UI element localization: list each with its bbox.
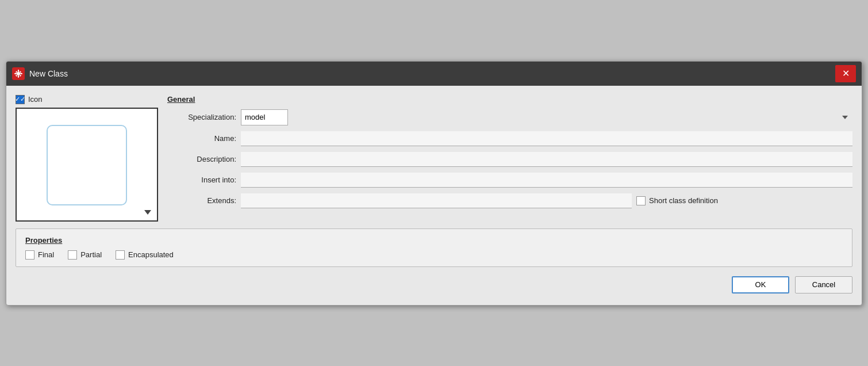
final-checkbox[interactable] xyxy=(25,250,34,260)
insert-into-label: Insert into: xyxy=(167,176,236,184)
icon-checkbox[interactable]: ✓ xyxy=(16,95,25,104)
partial-checkbox[interactable] xyxy=(68,250,77,260)
encapsulated-label[interactable]: Encapsulated xyxy=(128,250,174,259)
encapsulated-checkbox[interactable] xyxy=(116,250,125,260)
general-panel: General Specialization: model type datat… xyxy=(167,95,852,214)
cancel-button[interactable]: Cancel xyxy=(795,276,852,293)
icon-checkbox-label[interactable]: Icon xyxy=(28,95,43,104)
svg-rect-2 xyxy=(18,75,19,78)
name-row: Name: xyxy=(167,131,852,146)
specialization-label: Specialization: xyxy=(167,113,236,121)
svg-rect-3 xyxy=(14,73,17,74)
specialization-row: Specialization: model type datatype inte… xyxy=(167,109,852,125)
specialization-chevron-icon xyxy=(842,116,848,119)
dialog-body: ✓ Icon General Specialization: mo xyxy=(6,86,862,305)
description-input[interactable] xyxy=(241,152,852,167)
short-class-checkbox[interactable] xyxy=(636,196,646,205)
svg-rect-1 xyxy=(18,70,19,72)
name-label: Name: xyxy=(167,134,236,143)
icon-inner-preview xyxy=(47,125,127,205)
title-bar: New Class ✕ xyxy=(6,62,862,86)
final-pair: Final xyxy=(25,250,54,260)
svg-point-0 xyxy=(17,72,20,75)
title-bar-left: New Class xyxy=(12,67,68,80)
specialization-select-wrapper: model type datatype interface signal uti… xyxy=(241,109,852,125)
encapsulated-pair: Encapsulated xyxy=(116,250,174,260)
app-icon xyxy=(12,67,25,80)
partial-label[interactable]: Partial xyxy=(80,250,102,259)
properties-checkboxes: Final Partial Encapsulated xyxy=(25,250,843,260)
icon-checkbox-row: ✓ Icon xyxy=(16,95,158,104)
general-section-label: General xyxy=(167,95,852,104)
svg-rect-8 xyxy=(20,74,22,77)
insert-into-input[interactable] xyxy=(241,173,852,188)
close-button[interactable]: ✕ xyxy=(835,65,856,82)
name-input[interactable] xyxy=(241,131,852,146)
icon-panel: ✓ Icon xyxy=(16,95,158,222)
description-label: Description: xyxy=(167,155,236,163)
short-class-label[interactable]: Short class definition xyxy=(649,196,718,205)
properties-section: Properties Final Partial Encapsulated xyxy=(16,228,852,267)
new-class-dialog: New Class ✕ ✓ Icon General xyxy=(6,61,862,306)
specialization-select[interactable]: model type datatype interface signal uti… xyxy=(241,109,288,125)
svg-rect-4 xyxy=(20,73,22,74)
insert-into-row: Insert into: xyxy=(167,173,852,188)
extends-row: Extends: Short class definition xyxy=(167,193,852,208)
bottom-buttons: OK Cancel xyxy=(16,274,852,296)
extends-label: Extends: xyxy=(167,196,236,205)
dialog-title: New Class xyxy=(29,69,68,78)
short-class-wrapper: Short class definition xyxy=(636,196,718,205)
partial-pair: Partial xyxy=(68,250,102,260)
top-section: ✓ Icon General Specialization: mo xyxy=(16,95,852,222)
properties-section-label: Properties xyxy=(25,236,843,245)
final-label[interactable]: Final xyxy=(38,250,54,259)
icon-dropdown-arrow[interactable] xyxy=(144,210,151,215)
description-row: Description: xyxy=(167,152,852,167)
ok-button[interactable]: OK xyxy=(732,276,789,293)
icon-preview-box[interactable] xyxy=(16,108,158,222)
extends-input[interactable] xyxy=(241,193,632,208)
svg-rect-7 xyxy=(16,74,18,77)
